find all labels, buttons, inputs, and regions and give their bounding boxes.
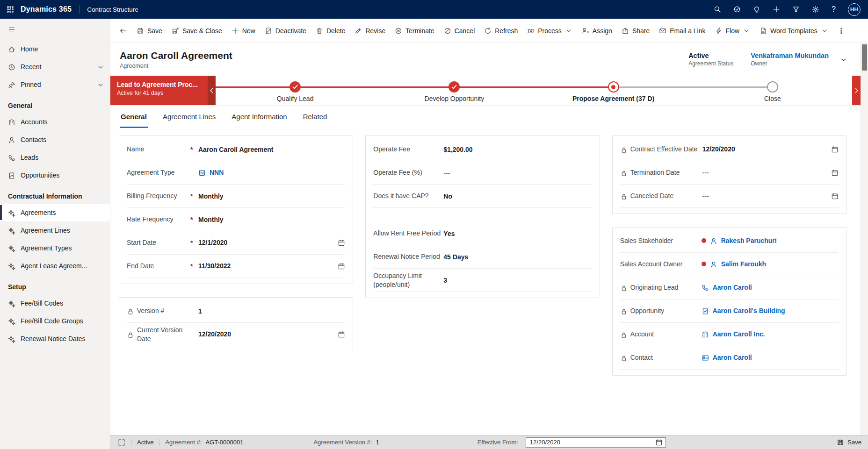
billing-frequency-field[interactable]: Monthly (198, 192, 345, 200)
occupancy-limit-field[interactable]: 3 (443, 277, 592, 284)
originating-lead-field[interactable]: Aaron Caroll (702, 284, 839, 292)
waffle-menu-icon[interactable] (0, 0, 21, 19)
scrollbar-thumb[interactable] (862, 44, 867, 71)
contact-field[interactable]: Aaron Caroll (702, 354, 839, 362)
name-field[interactable]: Aaron Caroll Agreement (198, 146, 345, 153)
assign-button[interactable]: Assign (577, 22, 617, 39)
stage-develop-opportunity[interactable]: Develop Opportunity (375, 76, 534, 105)
sidebar-item-fee-bill-codes[interactable]: Fee/Bill Codes (0, 294, 110, 312)
tab-agreement-lines[interactable]: Agreement Lines (162, 113, 217, 128)
flow-button[interactable]: Flow (710, 22, 755, 39)
process-name-gate[interactable]: Lead to Agreement Proc... Active for 41 … (110, 76, 208, 105)
required-asterisk (190, 192, 198, 200)
sidebar-item-agent-lease-agreements[interactable]: Agent Lease Agreem... (0, 257, 110, 275)
operate-fee-field[interactable]: $1,200.00 (443, 146, 592, 153)
page-title: Aaron Caroll Agreement (120, 50, 232, 62)
agreement-type-field[interactable]: NNN (198, 169, 345, 177)
process-next-chevron-icon[interactable] (852, 76, 861, 105)
sidebar-item-pinned[interactable]: Pinned (0, 76, 110, 93)
word-templates-button[interactable]: Word Templates (755, 22, 833, 39)
calendar-icon[interactable] (338, 239, 345, 247)
field-row: End Date 11/30/2022 (127, 255, 345, 278)
sidebar-item-accounts[interactable]: Accounts (0, 113, 110, 131)
sidebar-item-leads[interactable]: Leads (0, 149, 110, 166)
cancel-button[interactable]: Cancel (439, 22, 480, 39)
tab-agent-information[interactable]: Agent Information (231, 113, 288, 128)
footer-save-button[interactable]: Save (837, 438, 861, 446)
app-name[interactable]: Dynamics 365 (21, 5, 72, 14)
effective-from-input[interactable]: 12/20/2020 (526, 437, 666, 448)
custom-entity-icon (8, 317, 15, 325)
rate-frequency-field[interactable]: Monthly (198, 216, 345, 223)
main-content: Save Save & Close New Deactivate Delete … (110, 19, 868, 435)
sidebar-section-setup: Setup (0, 275, 110, 294)
owner-value[interactable]: Venkatraman Mukundan (751, 51, 829, 60)
tab-related[interactable]: Related (302, 113, 328, 128)
quick-create-icon[interactable] (773, 6, 780, 13)
tab-general[interactable]: General (120, 113, 148, 128)
end-date-field[interactable]: 11/30/2022 (198, 262, 345, 270)
vertical-scrollbar[interactable] (861, 43, 868, 435)
back-button[interactable] (114, 22, 132, 39)
field-row: Agreement Type NNN (127, 161, 345, 185)
sidebar-item-recent[interactable]: Recent (0, 58, 110, 76)
sidebar-item-renewal-notice-dates[interactable]: Renewal Notice Dates (0, 330, 110, 348)
calendar-icon[interactable] (338, 262, 345, 270)
clock-icon (8, 63, 15, 71)
email-link-button[interactable]: Email a Link (654, 22, 710, 39)
form-expand-icon[interactable] (118, 438, 125, 446)
process-collapse-chevron-icon[interactable] (208, 76, 216, 105)
has-cap-field[interactable]: No (443, 192, 592, 200)
save-and-close-button[interactable]: Save & Close (167, 22, 227, 39)
advanced-find-icon[interactable] (792, 6, 800, 13)
header-expand-chevron-icon[interactable] (840, 55, 847, 63)
lightbulb-icon[interactable] (753, 6, 760, 13)
sales-stakeholder-field[interactable]: Rakesh Paruchuri (702, 237, 839, 245)
search-icon[interactable] (714, 6, 721, 13)
calendar-icon[interactable] (655, 438, 663, 446)
delete-button[interactable]: Delete (311, 22, 350, 39)
start-date-field[interactable]: 12/1/2020 (198, 239, 345, 247)
sidebar-item-agreement-lines[interactable]: Agreement Lines (0, 221, 110, 239)
footer-record-status: Active (137, 439, 153, 446)
deactivate-button[interactable]: Deactivate (260, 22, 311, 39)
new-button[interactable]: New (227, 22, 260, 39)
save-button[interactable]: Save (132, 22, 167, 39)
calendar-icon[interactable] (831, 169, 839, 177)
sidebar-item-agreement-types[interactable]: Agreement Types (0, 239, 110, 257)
sidebar-item-home[interactable]: Home (0, 40, 110, 58)
terminate-button[interactable]: Terminate (390, 22, 439, 39)
account-field[interactable]: Aaron Caroll Inc. (702, 330, 839, 338)
calendar-icon[interactable] (831, 145, 839, 153)
process-button[interactable]: Process (522, 22, 577, 39)
revise-button[interactable]: Revise (350, 22, 390, 39)
contacts-icon (8, 135, 15, 143)
sidebar-item-opportunities[interactable]: Opportunities (0, 166, 110, 184)
help-icon[interactable]: ? (832, 5, 836, 14)
sidebar-collapse-button[interactable] (0, 19, 110, 40)
field-row: Termination Date --- (620, 161, 839, 185)
lock-icon (127, 306, 134, 315)
lock-icon (620, 330, 628, 338)
allow-rent-free-period-field[interactable]: Yes (443, 230, 592, 237)
sidebar-item-agreements[interactable]: Agreements (0, 204, 110, 221)
stage-close[interactable]: Close (693, 76, 852, 105)
sidebar-item-contacts[interactable]: Contacts (0, 131, 110, 149)
operate-fee-percent-field[interactable]: --- (443, 169, 592, 177)
more-commands-icon[interactable] (834, 22, 849, 39)
refresh-button[interactable]: Refresh (479, 22, 522, 39)
calendar-icon[interactable] (338, 330, 345, 338)
renewal-notice-period-field[interactable]: 45 Days (443, 253, 592, 261)
stage-propose-agreement[interactable]: Propose Agreement (37 D) (534, 76, 693, 105)
stage-qualify-lead[interactable]: Qualify Lead (216, 76, 375, 105)
sidebar-section-general: General (0, 93, 110, 113)
settings-gear-icon[interactable] (812, 6, 819, 13)
sidebar-item-fee-bill-code-groups[interactable]: Fee/Bill Code Groups (0, 312, 110, 330)
sales-account-owner-field[interactable]: Salim Faroukh (702, 260, 839, 268)
opportunity-field[interactable]: Aaron Caroll's Building (702, 307, 839, 315)
calendar-icon[interactable] (831, 192, 839, 200)
user-avatar[interactable]: HH (848, 3, 861, 16)
task-check-icon[interactable] (733, 6, 741, 13)
app-area-name[interactable]: Contract Structure (87, 6, 138, 13)
share-button[interactable]: Share (617, 22, 654, 39)
